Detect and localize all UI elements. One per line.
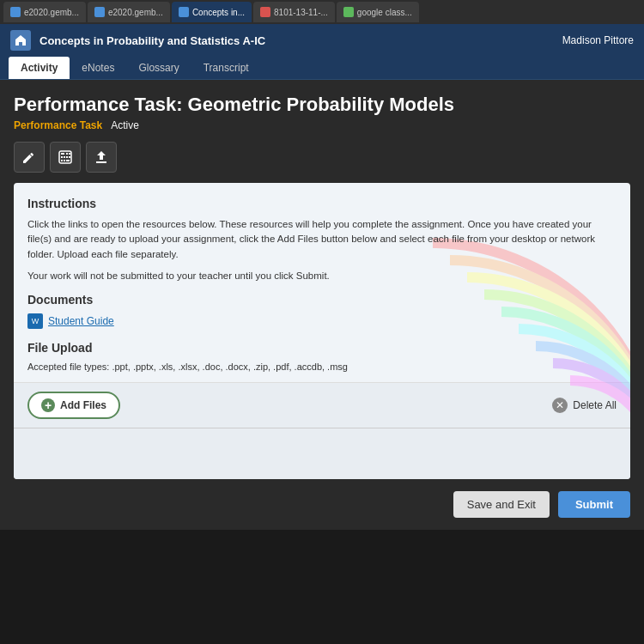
tab-icon-5 — [343, 7, 354, 17]
edit-button[interactable] — [14, 142, 45, 173]
accepted-files-text: Accepted file types: .ppt, .pptx, .xls, … — [27, 361, 617, 372]
file-upload-heading: File Upload — [27, 341, 617, 355]
delete-icon: ✕ — [552, 398, 568, 413]
documents-heading: Documents — [27, 293, 617, 307]
doc-icon: W — [27, 313, 43, 329]
toolbar — [14, 142, 630, 183]
instructions-body: Click the links to open the resources be… — [27, 217, 617, 262]
submit-notice: Your work will not be submitted to your … — [27, 270, 617, 281]
nav-title: Concepts in Probability and Statistics A… — [39, 34, 562, 47]
plus-icon: + — [41, 398, 55, 412]
page-title: Performance Task: Geometric Probability … — [14, 94, 630, 116]
instructions-heading: Instructions — [27, 197, 617, 210]
tab-icon-2 — [94, 7, 105, 17]
tab-icon-1 — [10, 7, 21, 17]
tab-transcript[interactable]: Transcript — [191, 57, 261, 79]
tab-icon-4 — [260, 7, 270, 17]
add-files-button[interactable]: + Add Files — [27, 392, 120, 419]
page-status: Active — [111, 119, 139, 131]
home-icon[interactable] — [10, 30, 31, 51]
documents-section: Documents W Student Guide — [27, 293, 617, 329]
svg-rect-10 — [66, 160, 70, 161]
bottom-action-bar: Save and Exit Submit — [0, 479, 644, 530]
svg-rect-4 — [61, 156, 63, 158]
nav-user: Madison Pittore — [562, 34, 634, 46]
tab-bar: Activity eNotes Glossary Transcript — [0, 57, 644, 80]
svg-rect-5 — [64, 156, 65, 158]
upload-button[interactable] — [86, 142, 117, 173]
tab-glossary[interactable]: Glossary — [126, 57, 191, 79]
tab-enotes[interactable]: eNotes — [70, 57, 126, 79]
svg-rect-6 — [66, 156, 68, 158]
file-upload-section: File Upload Accepted file types: .ppt, .… — [27, 341, 617, 372]
content-card: .arc { fill: none; stroke-width: 12; } I… — [14, 183, 630, 479]
tab-icon-3 — [179, 7, 189, 17]
card-inner: Instructions Click the links to open the… — [14, 183, 630, 372]
save-exit-button[interactable]: Save and Exit — [453, 491, 550, 518]
breadcrumb-row: Performance Task Active — [14, 119, 630, 131]
browser-tab-2[interactable]: e2020.gemb... — [88, 2, 170, 22]
svg-rect-9 — [64, 160, 65, 161]
browser-tab-3[interactable]: Concepts in... — [172, 2, 252, 22]
svg-rect-8 — [61, 160, 63, 161]
svg-rect-3 — [69, 153, 70, 155]
submit-button[interactable]: Submit — [558, 491, 630, 518]
browser-tabs: e2020.gemb... e2020.gemb... Concepts in.… — [0, 0, 644, 24]
svg-rect-1 — [61, 153, 64, 155]
delete-all-button[interactable]: ✕ Delete All — [552, 398, 617, 413]
breadcrumb-link[interactable]: Performance Task — [14, 119, 102, 131]
upload-toolbar: + Add Files ✕ Delete All — [14, 382, 630, 428]
browser-tab-4[interactable]: 8101-13-11-... — [253, 2, 335, 22]
nav-bar: Concepts in Probability and Statistics A… — [0, 24, 644, 57]
svg-rect-2 — [66, 153, 68, 155]
tab-activity[interactable]: Activity — [9, 57, 70, 79]
file-drop-area — [14, 428, 630, 479]
browser-tab-5[interactable]: google class... — [337, 2, 419, 22]
main-content: Performance Task: Geometric Probability … — [0, 80, 644, 479]
student-guide-link[interactable]: W Student Guide — [27, 313, 617, 329]
calculator-button[interactable] — [50, 142, 81, 173]
svg-rect-7 — [69, 156, 70, 158]
browser-tab-1[interactable]: e2020.gemb... — [3, 2, 86, 22]
footer-bg — [0, 530, 644, 573]
svg-rect-11 — [96, 161, 106, 163]
